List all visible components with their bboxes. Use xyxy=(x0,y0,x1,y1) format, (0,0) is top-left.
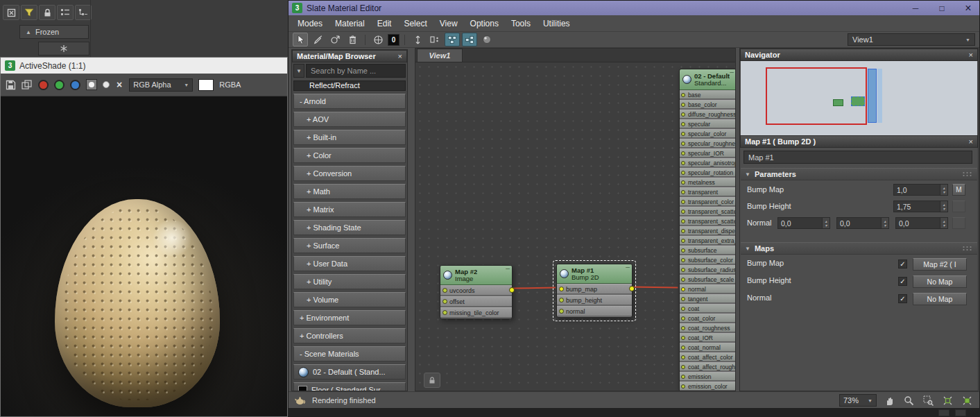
slot-socket-icon[interactable] xyxy=(681,200,685,204)
node-slot[interactable]: coat_affect_color xyxy=(680,352,735,361)
map-enable-checkbox[interactable]: ✓ xyxy=(898,259,907,269)
node-header[interactable]: Map #2 Image ─ xyxy=(440,266,512,285)
spinner-arrows-icon[interactable]: ▴▾ xyxy=(822,218,829,228)
slot-socket-icon[interactable] xyxy=(681,287,685,291)
background-color-swatch[interactable] xyxy=(198,79,214,91)
slot-socket-icon[interactable] xyxy=(681,336,685,340)
node-slot[interactable]: normal xyxy=(680,284,735,293)
layout-children-icon[interactable] xyxy=(462,33,477,46)
clear-icon[interactable]: × xyxy=(115,79,123,90)
active-view-dropdown[interactable]: View1 ▼ xyxy=(848,33,975,46)
collapse-node-icon[interactable]: ─ xyxy=(730,69,734,76)
slot-socket-icon[interactable] xyxy=(681,316,685,321)
node-slot[interactable]: coat_normal xyxy=(680,343,735,352)
zoom-extents-selected-icon[interactable] xyxy=(960,393,974,407)
map-enable-checkbox[interactable]: ✓ xyxy=(898,294,907,303)
slot-socket-icon[interactable] xyxy=(681,307,685,311)
slot-socket-icon[interactable] xyxy=(681,248,685,253)
slot-socket-icon[interactable] xyxy=(681,122,685,126)
maps-rollout[interactable]: ▼ Maps xyxy=(741,242,977,255)
slot-socket-icon[interactable] xyxy=(681,210,685,214)
node-slot[interactable]: offset xyxy=(440,296,512,307)
slot-socket-icon[interactable] xyxy=(559,309,564,314)
slot-socket-icon[interactable] xyxy=(681,365,685,369)
close-button[interactable]: × xyxy=(957,1,979,15)
spinner-arrows-icon[interactable]: ▴▾ xyxy=(881,218,888,228)
slot-socket-icon[interactable] xyxy=(681,103,685,107)
channel-dropdown[interactable]: RGB Alpha ▼ xyxy=(129,78,193,92)
browser-item[interactable]: + Built-in xyxy=(293,130,406,145)
node-slot[interactable]: coat_color xyxy=(680,314,735,323)
browser-item[interactable]: + Surface xyxy=(293,238,406,253)
spinner-arrows-icon[interactable]: ▴▾ xyxy=(940,185,947,195)
browser-item[interactable]: + AOV xyxy=(293,112,406,127)
node-slot[interactable]: subsurface_scale xyxy=(680,275,735,284)
hierarchy-list-icon[interactable] xyxy=(75,5,92,20)
node-slot[interactable]: diffuse_roughness xyxy=(680,110,735,119)
slot-socket-icon[interactable] xyxy=(442,299,447,304)
browser-item[interactable]: + User Data xyxy=(293,256,406,271)
slot-socket-icon[interactable] xyxy=(681,346,685,350)
node-slot[interactable]: transparent_scatter xyxy=(680,207,735,216)
browser-item[interactable]: - Scene Materials xyxy=(293,346,406,361)
bump-height-spinner[interactable]: 1,75 ▴▾ xyxy=(893,201,948,212)
slot-socket-icon[interactable] xyxy=(681,151,685,155)
node-slot[interactable]: metalness xyxy=(680,178,735,187)
slot-socket-icon[interactable] xyxy=(681,375,685,379)
menu-material[interactable]: Material xyxy=(329,17,371,30)
zoom-level-dropdown[interactable]: 73% ▼ xyxy=(839,394,877,407)
move-children-icon[interactable] xyxy=(410,33,425,46)
node-slot[interactable]: specular_roughness xyxy=(680,139,735,148)
map-assign-button[interactable]: Map #2 ( I xyxy=(913,258,967,271)
hide-unused-nodeslots-icon[interactable] xyxy=(427,33,442,46)
slot-socket-icon[interactable] xyxy=(681,278,685,282)
slot-socket-icon[interactable] xyxy=(681,229,685,233)
close-icon[interactable]: × xyxy=(969,51,973,59)
node-slot[interactable]: specular_rotation xyxy=(680,168,735,177)
menu-modes[interactable]: Modes xyxy=(291,17,329,30)
display-filter-funnel-icon[interactable] xyxy=(21,5,37,20)
clone-icon[interactable] xyxy=(22,80,33,90)
node-slot[interactable]: coat xyxy=(680,304,735,313)
node-slot[interactable]: coat_affect_roughne xyxy=(680,362,735,371)
bump-map-shortcut-button[interactable]: M xyxy=(952,184,965,196)
node-slot[interactable]: missing_tile_color xyxy=(440,307,512,318)
maximize-button[interactable]: □ xyxy=(931,1,953,15)
slot-socket-icon[interactable] xyxy=(681,180,685,185)
node-slot[interactable]: subsurface xyxy=(680,246,735,255)
slot-socket-icon[interactable] xyxy=(442,288,447,293)
output-socket-icon[interactable] xyxy=(629,286,635,291)
browser-item[interactable]: 02 - Default ( Stand... xyxy=(293,364,406,380)
spinner-arrows-icon[interactable]: ▴▾ xyxy=(940,201,947,212)
lock-icon[interactable] xyxy=(39,5,55,20)
browser-item[interactable]: + Shading State xyxy=(293,220,406,235)
search-input[interactable]: Search by Name ... xyxy=(306,64,406,78)
pan-hand-icon[interactable] xyxy=(882,393,896,407)
node-slot[interactable]: subsurface_color xyxy=(680,255,735,264)
show-shaded-material-icon[interactable] xyxy=(370,33,386,46)
close-icon[interactable]: × xyxy=(969,137,973,146)
map-assign-button[interactable]: No Map xyxy=(913,293,967,305)
menu-tools[interactable]: Tools xyxy=(505,17,537,30)
node-slot[interactable]: emission_color xyxy=(680,382,735,391)
browser-item[interactable]: + Controllers xyxy=(293,328,406,343)
normal-y-spinner[interactable]: 0,0 ▴▾ xyxy=(836,217,889,229)
node-slot[interactable]: specular_IOR xyxy=(680,148,735,158)
frozen-group-button[interactable] xyxy=(38,42,89,56)
navigator-minimap[interactable] xyxy=(741,61,977,135)
bump-map-spinner[interactable]: 1,0 ▴▾ xyxy=(893,184,948,196)
node-header[interactable]: 02 - Default Standard... ─ xyxy=(680,69,735,90)
menu-utilities[interactable]: Utilities xyxy=(537,17,576,30)
slot-socket-icon[interactable] xyxy=(681,258,685,262)
map-assign-button[interactable]: No Map xyxy=(913,275,967,288)
parameter-panel-header[interactable]: Map #1 ( Bump 2D ) × xyxy=(740,135,978,148)
node-slot[interactable]: normal xyxy=(557,306,632,316)
node-header[interactable]: Map #1 Bump 2D ─ xyxy=(557,264,632,284)
browser-panel-header[interactable]: Material/Map Browser × xyxy=(292,50,407,62)
zero-icon[interactable]: 0 xyxy=(388,34,399,46)
menu-select[interactable]: Select xyxy=(397,17,433,30)
map-enable-checkbox[interactable]: ✓ xyxy=(898,277,907,286)
node-slot[interactable]: subsurface_radius xyxy=(680,265,735,274)
zoom-extents-icon[interactable] xyxy=(940,393,954,407)
slot-socket-icon[interactable] xyxy=(559,298,564,303)
